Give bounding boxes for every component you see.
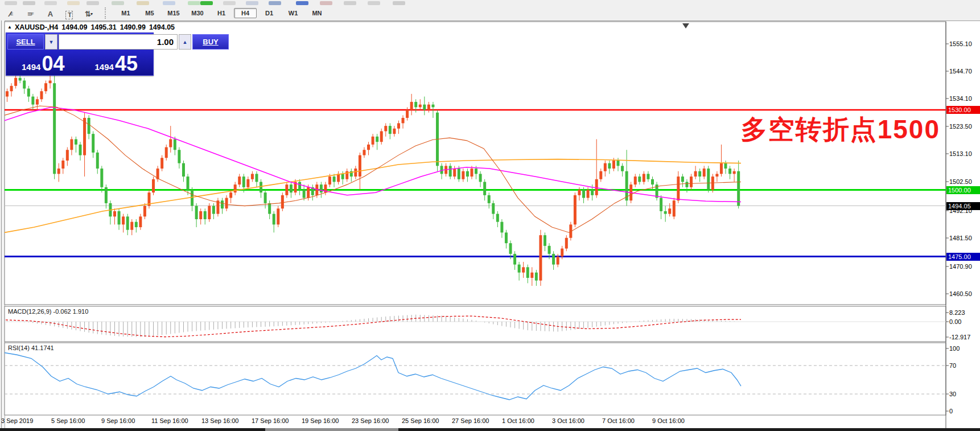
volume-increase-button[interactable]: ▲ — [179, 34, 191, 50]
horizontal-scrollbar[interactable] — [0, 428, 980, 431]
symbol-timeframe: XAUUSD-,H4 — [15, 23, 58, 31]
mt4-window: ∕∕E≡FAT⇅▾ M1M5M15M30H1H4D1W1MN ▲XAUUSD-,… — [0, 0, 980, 431]
axis-label-8.223: 8.223 — [949, 309, 965, 316]
macd-indicator-label: MACD(12,26,9) -0.062 1.910 — [8, 308, 88, 315]
time-label: 19 Sep 16:00 — [302, 417, 339, 424]
quote-low: 1490.99 — [120, 23, 146, 31]
scrollbar-segment — [398, 428, 980, 431]
axis-label-1513.10: 1513.10 — [949, 150, 972, 157]
sell-button[interactable]: SELL — [7, 34, 44, 50]
time-label: 3 Sep 2019 — [1, 417, 33, 424]
time-label: 9 Oct 16:00 — [652, 417, 685, 424]
price-badge-1494.05: 1494.05 — [946, 202, 980, 210]
quote-high: 1495.31 — [91, 23, 117, 31]
axis-label-1481.50: 1481.50 — [949, 235, 972, 241]
axis-label-70: 70 — [949, 362, 956, 369]
scrollbar-segment — [0, 428, 265, 431]
axis-label-1470.90: 1470.90 — [949, 263, 972, 270]
time-label: 9 Sep 16:00 — [101, 417, 135, 424]
axis-label-100: 100 — [949, 345, 960, 352]
time-label: 27 Sep 16:00 — [452, 417, 489, 424]
price-badge-1500.00: 1500.00 — [946, 186, 980, 194]
time-label: 25 Sep 16:00 — [402, 417, 439, 424]
volume-input[interactable] — [59, 34, 178, 50]
time-label: 17 Sep 16:00 — [252, 417, 289, 424]
axis-label-1544.70: 1544.70 — [949, 68, 972, 75]
buy-price[interactable]: 1494 45 — [81, 50, 153, 74]
time-label: 3 Oct 16:00 — [552, 417, 584, 424]
scrollbar-segment — [265, 428, 398, 431]
sell-price-pips: 04 — [42, 55, 64, 72]
axis-label-1534.10: 1534.10 — [949, 95, 972, 102]
sell-price-base: 1494 — [22, 63, 40, 71]
axis-label-0: 0 — [949, 408, 953, 414]
rsi-pane-border — [5, 343, 946, 415]
axis-label-1502.50: 1502.50 — [949, 178, 972, 185]
time-label: 23 Sep 16:00 — [352, 417, 389, 424]
price-badge-1530.00: 1530.00 — [946, 106, 980, 114]
time-label: 1 Oct 16:00 — [502, 417, 534, 424]
quote-line: ▲XAUUSD-,H41494.091495.311490.991494.05 — [7, 23, 178, 31]
time-label: 5 Sep 16:00 — [51, 417, 85, 424]
rsi-indicator-label: RSI(14) 41.1741 — [8, 344, 54, 351]
buy-button[interactable]: BUY — [192, 34, 229, 50]
axis-label-0.00: 0.00 — [949, 318, 961, 325]
axis-label-30: 30 — [949, 391, 956, 397]
quote-close: 1494.05 — [149, 23, 175, 31]
axis-label-1460.50: 1460.50 — [949, 290, 972, 297]
axis-label--12.917: -12.917 — [949, 334, 970, 340]
quote-open: 1494.09 — [61, 23, 87, 31]
time-label: 7 Oct 16:00 — [602, 417, 635, 424]
time-label: 13 Sep 16:00 — [201, 417, 238, 424]
time-label: 11 Sep 16:00 — [151, 417, 188, 424]
one-click-trading-panel: SELL ▼ ▲ BUY 1494 04 1494 45 — [6, 32, 154, 76]
sell-price[interactable]: 1494 04 — [7, 50, 79, 74]
chart-annotation-text: 多空转折点1500 — [741, 112, 940, 147]
volume-decrease-button[interactable]: ▼ — [45, 34, 57, 50]
axis-label-1555.10: 1555.10 — [949, 40, 972, 47]
price-badge-1475.00: 1475.00 — [946, 253, 980, 261]
panel-collapse-icon[interactable]: ▲ — [7, 24, 12, 30]
buy-price-pips: 45 — [115, 55, 138, 72]
axis-label-1523.50: 1523.50 — [949, 123, 972, 130]
buy-price-base: 1494 — [95, 63, 114, 71]
